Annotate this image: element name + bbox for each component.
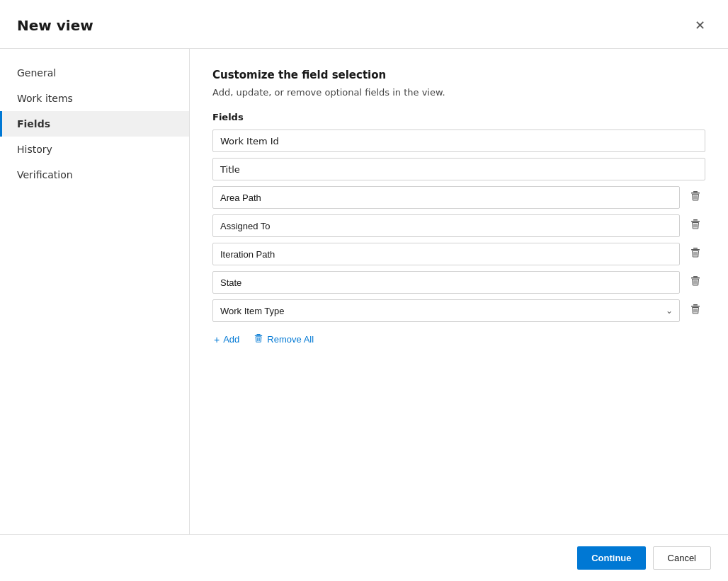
delete-state-button[interactable] (686, 272, 705, 292)
plus-icon: + (214, 334, 220, 345)
add-field-button[interactable]: + Add (212, 331, 241, 348)
continue-button[interactable]: Continue (577, 546, 645, 570)
field-select-wrapper-work-item-type: Work Item Type ⌄ (212, 299, 680, 322)
delete-work-item-type-button[interactable] (686, 301, 705, 321)
svg-rect-16 (691, 277, 700, 279)
field-row-work-item-type: Work Item Type ⌄ (212, 299, 705, 322)
sidebar-item-fields[interactable]: Fields (0, 111, 189, 137)
svg-rect-20 (693, 304, 698, 306)
field-row-title: Title (212, 158, 705, 180)
svg-rect-25 (257, 334, 261, 335)
trash-icon (690, 304, 701, 318)
sidebar-item-label: History (17, 144, 52, 155)
trash-icon (690, 247, 701, 261)
field-row-area-path (212, 186, 705, 209)
fields-label: Fields (212, 112, 705, 122)
trash-icon (690, 275, 701, 289)
svg-rect-11 (691, 249, 700, 251)
delete-assigned-to-button[interactable] (686, 216, 705, 236)
close-button[interactable]: ✕ (688, 14, 711, 37)
svg-rect-5 (693, 219, 698, 221)
main-content: Customize the field selection Add, updat… (190, 49, 728, 534)
field-row-work-item-id: Work Item Id (212, 130, 705, 152)
section-title: Customize the field selection (212, 69, 705, 81)
delete-area-path-button[interactable] (686, 188, 705, 207)
sidebar-item-verification[interactable]: Verification (0, 162, 189, 188)
field-row-assigned-to (212, 214, 705, 237)
trash-remove-all-icon (254, 333, 263, 345)
sidebar: General Work items Fields History Verifi… (0, 49, 190, 534)
svg-rect-15 (693, 276, 698, 277)
sidebar-item-label: General (17, 67, 56, 79)
field-value-title: Title (212, 158, 705, 180)
field-input-iteration-path[interactable] (212, 243, 680, 265)
svg-rect-0 (693, 191, 698, 192)
sidebar-item-label: Work items (17, 93, 73, 104)
field-row-iteration-path (212, 243, 705, 265)
new-view-dialog: New view ✕ General Work items Fields His… (0, 0, 728, 581)
field-input-assigned-to[interactable] (212, 214, 680, 237)
close-icon: ✕ (695, 18, 705, 33)
dialog-header: New view ✕ (0, 0, 728, 49)
svg-rect-26 (255, 335, 263, 336)
sidebar-item-history[interactable]: History (0, 137, 189, 162)
delete-iteration-path-button[interactable] (686, 244, 705, 264)
remove-all-label: Remove All (267, 334, 314, 345)
sidebar-item-label: Verification (17, 169, 73, 180)
sidebar-item-label: Fields (17, 118, 50, 130)
svg-rect-6 (691, 221, 700, 222)
svg-rect-21 (691, 306, 700, 307)
field-value-work-item-id: Work Item Id (212, 130, 705, 152)
add-label: Add (223, 334, 239, 345)
trash-icon (690, 190, 701, 205)
sidebar-item-general[interactable]: General (0, 60, 189, 86)
svg-rect-10 (693, 248, 698, 249)
field-select-work-item-type[interactable]: Work Item Type (212, 299, 680, 322)
trash-icon (690, 219, 701, 233)
sidebar-item-work-items[interactable]: Work items (0, 86, 189, 111)
remove-all-button[interactable]: Remove All (252, 330, 315, 348)
section-desc: Add, update, or remove optional fields i… (212, 87, 705, 98)
dialog-title: New view (17, 17, 93, 34)
actions-row: + Add Remove All (212, 330, 705, 348)
field-input-state[interactable] (212, 271, 680, 294)
dialog-body: General Work items Fields History Verifi… (0, 49, 728, 534)
dialog-footer: Continue Cancel (0, 534, 728, 581)
field-input-area-path[interactable] (212, 186, 680, 209)
cancel-button[interactable]: Cancel (653, 546, 711, 570)
field-row-state (212, 271, 705, 294)
svg-rect-1 (691, 192, 700, 194)
